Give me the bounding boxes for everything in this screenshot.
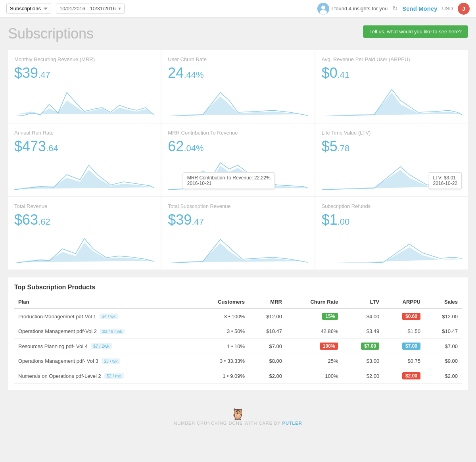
insights-bar: I found 4 insights for you	[317, 3, 388, 15]
metric-mrrcontrib-chart: MRR Contribution To Revenue: 22.22%2016-…	[168, 158, 308, 190]
svg-point-2	[320, 10, 327, 15]
col-arppu: ARPPU	[383, 296, 424, 308]
plan-cell: Production Managemnet pdf-Vol 1 $4 / wk	[14, 308, 194, 324]
metric-arr-value: $473.64	[14, 138, 154, 155]
page-header: Subscriptions Tell us, what would you li…	[8, 25, 468, 42]
metric-totalrev-title: Total Revenue	[14, 203, 154, 209]
sales-cell: $2.00	[424, 368, 462, 384]
insights-text: I found 4 insights for you	[332, 6, 388, 12]
mrr-cell: $8.00	[249, 354, 286, 368]
chevron-down-icon: ▾	[118, 6, 121, 12]
col-sales: Sales	[424, 296, 462, 308]
table-row: Production Managemnet pdf-Vol 1 $4 / wk …	[14, 308, 462, 324]
sales-cell: $7.00	[424, 339, 462, 354]
metric-refunds-value: $1.00	[322, 212, 462, 228]
ltv-tooltip: LTV: $3.012016-10-22	[429, 172, 462, 189]
churn-rate-cell: 42.86%	[286, 324, 342, 339]
arppu-cell: $7.00	[383, 339, 424, 354]
plan-cell: Numerals on Operations pdf-Level 2 $2 / …	[14, 368, 194, 384]
metric-churn-chart	[168, 85, 308, 116]
table-row: Operations Management pdf-Vol 2 $3.49 / …	[14, 324, 462, 339]
metric-subrev-value: $39.47	[168, 212, 308, 228]
metric-mrrcontrib-title: MRR Contribution To Revenue	[168, 130, 308, 136]
feedback-button[interactable]: Tell us, what would you like to see here…	[363, 25, 468, 38]
table-title: Top Subscription Products	[14, 284, 462, 291]
refresh-icon[interactable]: ↻	[392, 5, 397, 12]
metric-arr-chart	[14, 158, 154, 190]
products-table: Plan Customers MRR Churn Rate LTV ARPPU …	[14, 296, 462, 384]
section-dropdown[interactable]: Subscriptions	[6, 4, 51, 13]
metric-arr: Annual Run Rate $473.64	[8, 123, 161, 196]
arppu-cell: $2.00	[383, 368, 424, 384]
mrr-cell: $7.00	[249, 339, 286, 354]
metrics-grid: Monthly Recurring Revenue (MRR) $39.47 U…	[8, 50, 468, 270]
mrr-cell: $2.00	[249, 368, 286, 384]
metric-refunds-title: Subscription Refunds	[322, 203, 462, 209]
page-title: Subscriptions	[8, 25, 94, 42]
metric-mrr: Monthly Recurring Revenue (MRR) $39.47	[8, 50, 161, 123]
metric-arppu-value: $0.41	[322, 65, 462, 81]
send-money-button[interactable]: Send Money	[402, 5, 437, 12]
footer-tagline: NUMBER CRUNCHING DONE WITH CARE BY PUTLE…	[10, 421, 466, 425]
metric-totalrev-chart	[14, 231, 154, 263]
customers-cell: 3 • 100%	[194, 308, 249, 324]
metric-mrr-chart	[14, 85, 154, 116]
arppu-cell: $1.50	[383, 324, 424, 339]
sales-cell: $9.00	[424, 354, 462, 368]
sales-cell: $12.00	[424, 308, 462, 324]
date-range-picker[interactable]: 10/01/2016 - 10/31/2016 ▾	[56, 4, 125, 13]
arppu-cell: $0.75	[383, 354, 424, 368]
user-avatar[interactable]: J	[458, 3, 470, 15]
plan-cell: Operations Management pdf-Vol 2 $3.49 / …	[14, 324, 194, 339]
col-customers: Customers	[194, 296, 249, 308]
metric-subrev-chart	[168, 231, 308, 263]
currency-label: USD	[442, 6, 453, 12]
plan-cell: Resources Planning pdf- Vol 4 $7 / 2wk	[14, 339, 194, 354]
metric-churn: User Churn Rate 24.44%	[161, 50, 314, 123]
table-row: Numerals on Operations pdf-Level 2 $2 / …	[14, 368, 462, 384]
metric-ltv-value: $5.78	[322, 138, 462, 155]
metric-ltv-title: Life Time Value (LTV)	[322, 130, 462, 136]
metric-churn-value: 24.44%	[168, 65, 308, 81]
metric-arppu-chart	[322, 85, 462, 116]
ltv-cell: $3.00	[342, 354, 383, 368]
churn-rate-cell: 15%	[286, 308, 342, 324]
customers-cell: 3 • 33.33%	[194, 354, 249, 368]
top-nav: Subscriptions 10/01/2016 - 10/31/2016 ▾ …	[0, 0, 476, 17]
col-ltv: LTV	[342, 296, 383, 308]
table-row: Operations Management pdf- Vol 3 $3 / wk…	[14, 354, 462, 368]
sales-cell: $10.47	[424, 324, 462, 339]
arppu-cell: $0.60	[383, 308, 424, 324]
metric-totalrev: Total Revenue $63.62	[8, 197, 161, 270]
metric-arr-title: Annual Run Rate	[14, 130, 154, 136]
col-plan: Plan	[14, 296, 194, 308]
metric-ltv-chart: LTV: $3.012016-10-22	[322, 158, 462, 190]
metric-arppu: Avg. Revenue Per Paid User (ARPPU) $0.41	[315, 50, 468, 123]
ltv-cell: $3.49	[342, 324, 383, 339]
customers-cell: 3 • 50%	[194, 324, 249, 339]
metric-totalrev-value: $63.62	[14, 212, 154, 228]
metric-mrr-title: Monthly Recurring Revenue (MRR)	[14, 56, 154, 62]
metric-arppu-title: Avg. Revenue Per Paid User (ARPPU)	[322, 56, 462, 62]
churn-rate-cell: 25%	[286, 354, 342, 368]
mrr-cell: $12.00	[249, 308, 286, 324]
ltv-cell: $4.00	[342, 308, 383, 324]
date-range-text: 10/01/2016 - 10/31/2016	[60, 6, 116, 12]
metric-mrrcontrib-value: 62.04%	[168, 138, 308, 155]
metric-refunds-chart	[322, 231, 462, 263]
metric-mrr-value: $39.47	[14, 65, 154, 81]
metric-mrrcontrib: MRR Contribution To Revenue 62.04% MRR C…	[161, 123, 314, 196]
svg-point-1	[321, 6, 325, 10]
metric-ltv: Life Time Value (LTV) $5.78 LTV: $3.0120…	[315, 123, 468, 196]
mrrcontrib-tooltip: MRR Contribution To Revenue: 22.22%2016-…	[183, 172, 275, 189]
footer-icon: 🦉	[10, 408, 466, 421]
footer-brand: PUTLER	[282, 421, 302, 425]
mrr-cell: $10.47	[249, 324, 286, 339]
table-section: Top Subscription Products Plan Customers…	[8, 277, 468, 390]
footer: 🦉 NUMBER CRUNCHING DONE WITH CARE BY PUT…	[0, 398, 476, 435]
col-mrr: MRR	[249, 296, 286, 308]
customers-cell: 1 • 10%	[194, 339, 249, 354]
ltv-cell: $7.00	[342, 339, 383, 354]
insights-avatar	[317, 3, 329, 15]
table-row: Resources Planning pdf- Vol 4 $7 / 2wk 1…	[14, 339, 462, 354]
